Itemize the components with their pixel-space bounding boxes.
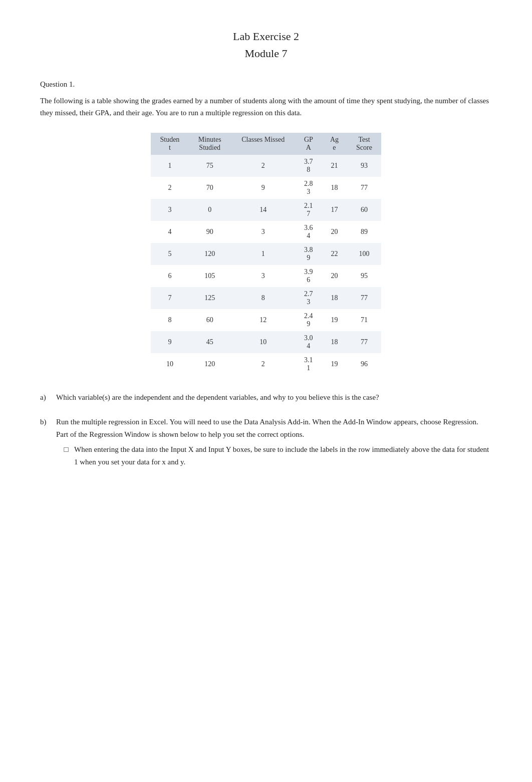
main-title: Lab Exercise 2 [40,30,492,43]
cell-gpa: 2.49 [296,309,322,331]
cell-minutes: 45 [189,331,231,353]
col-header-classes: Classes Missed [231,133,296,155]
cell-minutes: 60 [189,309,231,331]
cell-student: 4 [151,221,189,243]
cell-gpa: 3.89 [296,243,322,265]
cell-score: 60 [347,199,381,221]
cell-age: 21 [322,155,347,177]
col-header-gpa: GPA [296,133,322,155]
table-row: 1 75 2 3.78 21 93 [151,155,381,177]
table-row: 5 120 1 3.89 22 100 [151,243,381,265]
cell-score: 71 [347,309,381,331]
cell-classes: 9 [231,177,296,199]
cell-classes: 1 [231,243,296,265]
cell-score: 100 [347,243,381,265]
sub-question-a: a) Which variable(s) are the independent… [40,391,492,404]
bullet-item: □ When entering the data into the Input … [60,443,492,468]
cell-student: 8 [151,309,189,331]
cell-age: 20 [322,265,347,287]
cell-student: 1 [151,155,189,177]
col-header-minutes: MinutesStudied [189,133,231,155]
cell-age: 18 [322,287,347,309]
cell-minutes: 120 [189,353,231,375]
cell-gpa: 2.73 [296,287,322,309]
cell-student: 7 [151,287,189,309]
cell-minutes: 70 [189,177,231,199]
table-row: 2 70 9 2.83 18 77 [151,177,381,199]
cell-gpa: 2.17 [296,199,322,221]
cell-gpa: 3.64 [296,221,322,243]
page-subtitle: Module 7 [40,47,492,60]
cell-minutes: 120 [189,243,231,265]
cell-age: 18 [322,331,347,353]
table-header-row: Student MinutesStudied Classes Missed GP… [151,133,381,155]
sub-question-b: b) Run the multiple regression in Excel.… [40,416,492,468]
cell-minutes: 105 [189,265,231,287]
question-text: The following is a table showing the gra… [40,95,492,119]
col-header-student: Student [151,133,189,155]
cell-age: 19 [322,309,347,331]
table-row: 3 0 14 2.17 17 60 [151,199,381,221]
table-row: 8 60 12 2.49 19 71 [151,309,381,331]
cell-score: 77 [347,331,381,353]
table-row: 6 105 3 3.96 20 95 [151,265,381,287]
cell-score: 89 [347,221,381,243]
sub-question-b-label: b) [40,416,52,428]
cell-minutes: 75 [189,155,231,177]
cell-gpa: 3.78 [296,155,322,177]
cell-student: 10 [151,353,189,375]
cell-age: 19 [322,353,347,375]
cell-classes: 10 [231,331,296,353]
table-row: 9 45 10 3.04 18 77 [151,331,381,353]
sub-question-a-label: a) [40,391,52,404]
cell-gpa: 3.96 [296,265,322,287]
subtitle: Module 7 [40,47,492,60]
cell-score: 77 [347,287,381,309]
table-row: 10 120 2 3.11 19 96 [151,353,381,375]
cell-score: 93 [347,155,381,177]
col-header-age: Age [322,133,347,155]
cell-student: 9 [151,331,189,353]
col-header-test: TestScore [347,133,381,155]
page-title: Lab Exercise 2 [40,30,492,43]
cell-score: 95 [347,265,381,287]
cell-gpa: 3.04 [296,331,322,353]
cell-score: 96 [347,353,381,375]
cell-classes: 8 [231,287,296,309]
cell-student: 3 [151,199,189,221]
cell-minutes: 0 [189,199,231,221]
cell-age: 22 [322,243,347,265]
sub-question-b-text: Run the multiple regression in Excel. Yo… [56,416,492,441]
cell-age: 18 [322,177,347,199]
question-label: Question 1. [40,80,492,89]
cell-gpa: 3.11 [296,353,322,375]
cell-age: 17 [322,199,347,221]
table-row: 4 90 3 3.64 20 89 [151,221,381,243]
table-wrapper: Student MinutesStudied Classes Missed GP… [40,133,492,375]
cell-classes: 2 [231,155,296,177]
cell-student: 6 [151,265,189,287]
cell-student: 5 [151,243,189,265]
data-table: Student MinutesStudied Classes Missed GP… [151,133,381,375]
cell-classes: 12 [231,309,296,331]
cell-classes: 14 [231,199,296,221]
cell-minutes: 125 [189,287,231,309]
cell-gpa: 2.83 [296,177,322,199]
cell-minutes: 90 [189,221,231,243]
cell-classes: 3 [231,265,296,287]
cell-classes: 3 [231,221,296,243]
cell-score: 77 [347,177,381,199]
table-row: 7 125 8 2.73 18 77 [151,287,381,309]
cell-student: 2 [151,177,189,199]
bullet-symbol: □ [60,443,70,456]
sub-question-a-text: Which variable(s) are the independent an… [56,391,379,404]
bullet-text: When entering the data into the Input X … [74,443,492,468]
cell-age: 20 [322,221,347,243]
cell-classes: 2 [231,353,296,375]
